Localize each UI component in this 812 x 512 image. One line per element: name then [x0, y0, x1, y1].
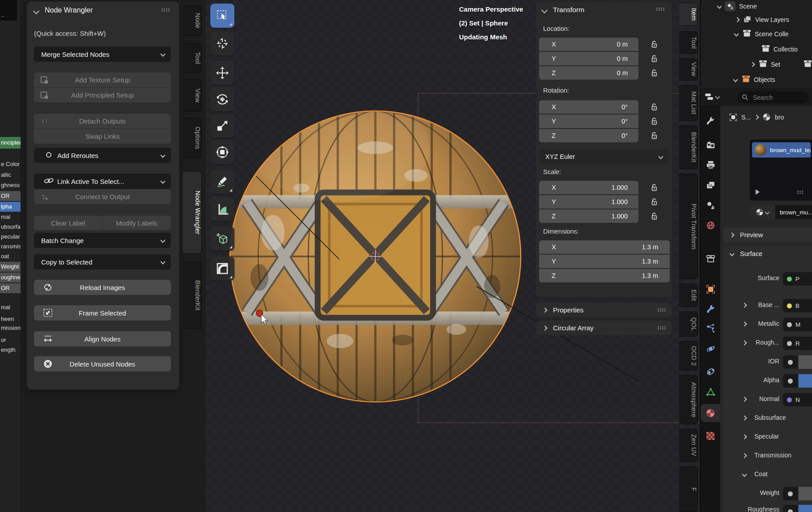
metallic-value[interactable]: M	[783, 318, 812, 331]
lock-icon[interactable]	[651, 117, 658, 127]
node-socket-label[interactable]: mal	[0, 213, 21, 222]
surface-panel-header[interactable]: Surface	[723, 246, 812, 261]
tab-atmosphere[interactable]: Atmosphere	[679, 375, 698, 424]
clear-label-button[interactable]: Clear Label	[34, 216, 102, 230]
modify-labels-button[interactable]: Modify Labels	[102, 216, 171, 230]
lock-icon[interactable]	[651, 55, 658, 64]
outliner-row-view-layers[interactable]: View Layers	[735, 13, 789, 26]
material-slot-list[interactable]: brown_mud_lea	[750, 140, 812, 201]
tab-pivot-transform[interactable]: Pivot Transform	[679, 174, 698, 279]
node-socket-field[interactable]: OR	[0, 191, 21, 201]
tab-scene-properties[interactable]	[701, 196, 720, 214]
rotation-mode-dropdown[interactable]: XYZ Euler	[539, 149, 669, 163]
tab-object-properties[interactable]	[701, 280, 720, 298]
chevron-right-icon[interactable]	[735, 17, 740, 22]
transmission-section[interactable]: Transmission	[723, 449, 812, 463]
tab-node-wrangler[interactable]: Node Wrangler	[183, 171, 202, 254]
tab-collection-properties[interactable]	[701, 250, 720, 268]
outliner-row-objects[interactable]: Objects	[734, 73, 775, 86]
dimensions-x-field[interactable]: X1.3 m	[539, 240, 670, 254]
batch-change-dropdown[interactable]: Batch Change	[34, 233, 171, 248]
properties-collapsed-panel[interactable]: Properties	[536, 303, 672, 317]
panel-drag-handle[interactable]	[797, 190, 804, 194]
tool-transform[interactable]	[210, 140, 234, 164]
lock-icon[interactable]	[651, 132, 658, 141]
panel-drag-handle[interactable]	[657, 308, 666, 312]
tab-zen-uv[interactable]: Zen UV	[679, 429, 698, 462]
tool-select-box[interactable]	[210, 4, 234, 28]
add-reroutes-dropdown[interactable]: Add Reroutes	[34, 148, 171, 163]
chevron-right-icon[interactable]	[742, 397, 747, 401]
rotation-x-field[interactable]: X0°	[539, 100, 638, 114]
weight-socket-button[interactable]	[783, 487, 798, 500]
chevron-down-icon[interactable]	[733, 77, 738, 82]
panel-drag-handle[interactable]	[161, 8, 170, 12]
frame-selected-button[interactable]: Frame Selected	[34, 305, 171, 320]
tab-modifier-properties[interactable]	[701, 300, 720, 318]
node-socket-label[interactable]: or	[0, 336, 21, 345]
dimensions-z-field[interactable]: Z1.3 m	[539, 269, 670, 282]
add-texture-setup-button[interactable]: Add Texture Setup	[34, 73, 171, 87]
tab-options[interactable]: Options	[183, 118, 202, 158]
slot-list-expand-icon[interactable]	[756, 189, 760, 195]
alpha-value-slider[interactable]	[799, 374, 812, 388]
tab-view[interactable]: View	[183, 79, 202, 112]
node-socket-label[interactable]: ghness	[0, 181, 21, 190]
tab-constraints-properties[interactable]	[701, 363, 720, 380]
node-socket-field[interactable]: oughnes	[0, 273, 21, 282]
tab-view-right[interactable]: View	[679, 58, 698, 81]
breadcrumb-object-name[interactable]: S...	[741, 114, 751, 121]
material-name-field[interactable]: brown_mu...	[775, 205, 812, 219]
principled-node-header[interactable]: rincipled	[0, 137, 21, 149]
panel-drag-handle[interactable]	[657, 326, 666, 330]
tab-tool[interactable]: Tool	[183, 43, 202, 73]
tab-tool-right[interactable]: Tool	[679, 31, 698, 54]
connect-to-output-button[interactable]: 2 Connect to Output	[34, 189, 171, 204]
add-principled-setup-button[interactable]: Add Principled Setup	[34, 88, 171, 102]
scale-y-field[interactable]: Y1.000	[539, 195, 638, 209]
circular-array-collapsed-panel[interactable]: Circular Array	[536, 320, 672, 335]
lock-icon[interactable]	[651, 198, 658, 208]
search-input[interactable]	[752, 94, 803, 102]
tool-add-cube[interactable]	[210, 226, 234, 251]
node-socket-label[interactable]: mal	[0, 303, 21, 312]
chevron-right-icon[interactable]	[742, 303, 747, 307]
ior-socket-button[interactable]	[783, 355, 798, 369]
preview-panel-header[interactable]: Preview	[723, 227, 812, 243]
node-socket-label[interactable]: mission	[0, 324, 21, 333]
node-socket-label[interactable]: allic	[0, 171, 21, 179]
tab-data-properties[interactable]	[701, 383, 720, 401]
chevron-right-icon[interactable]	[750, 62, 755, 67]
specular-section[interactable]: Specular	[723, 431, 812, 444]
tab-item[interactable]: Item	[679, 3, 698, 26]
subsurface-section[interactable]: Subsurface	[723, 412, 812, 425]
tab-clipped[interactable]: F	[679, 466, 698, 512]
tab-material-properties[interactable]	[701, 404, 720, 422]
delete-unused-nodes-button[interactable]: Delete Unused Nodes	[34, 356, 171, 371]
detach-outputs-button[interactable]: Detach Outputs	[34, 114, 171, 128]
outliner-row-scene[interactable]: Scene	[718, 0, 757, 13]
surface-shader-value[interactable]: P	[783, 272, 812, 286]
roughness-value[interactable]: R	[783, 337, 812, 350]
chevron-right-icon[interactable]	[742, 321, 747, 326]
scale-z-field[interactable]: Z1.000	[539, 209, 638, 223]
material-browse-button[interactable]	[750, 205, 775, 219]
outliner-row-collection[interactable]: Collectio	[761, 43, 798, 55]
node-socket-label[interactable]: pecular	[0, 232, 21, 241]
tab-blenderkit[interactable]: BlenderKit	[183, 262, 202, 329]
location-y-field[interactable]: Y0 m	[539, 52, 638, 65]
lock-icon[interactable]	[651, 103, 658, 113]
location-z-field[interactable]: Z0 m	[539, 66, 638, 80]
tab-physics-properties[interactable]	[701, 340, 720, 358]
panel-drag-handle[interactable]	[656, 7, 664, 11]
base-color-value[interactable]: B	[783, 299, 812, 312]
collapse-chevron-icon[interactable]	[541, 7, 548, 13]
swap-links-button[interactable]: Swap Links	[34, 129, 171, 144]
tool-extrude-corner[interactable]	[210, 256, 234, 281]
roughness-socket-button[interactable]	[783, 505, 798, 512]
tab-blenderkit-right[interactable]: BlenderKit	[679, 125, 698, 169]
link-active-dropdown[interactable]: Link Active To Select...	[34, 174, 171, 189]
panel-title[interactable]: Node Wrangler	[45, 6, 93, 14]
tab-output-properties[interactable]	[701, 156, 720, 174]
panel-title[interactable]: Transform	[553, 6, 584, 14]
